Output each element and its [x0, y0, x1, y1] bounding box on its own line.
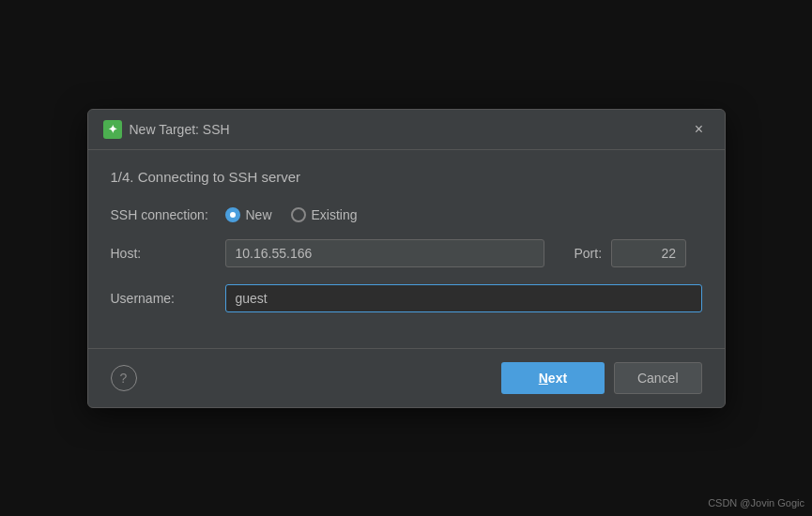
step-label: 1/4. Connecting to SSH server [111, 169, 702, 185]
ssh-connection-row: SSH connection: New Existing [111, 207, 702, 222]
footer-buttons: Next Cancel [501, 362, 702, 394]
host-label: Host: [111, 246, 214, 261]
overlay: ✦ New Target: SSH × 1/4. Connecting to S… [0, 0, 812, 516]
title-bar: ✦ New Target: SSH × [88, 110, 725, 150]
cancel-button[interactable]: Cancel [614, 362, 702, 394]
app-icon: ✦ [103, 120, 122, 139]
close-button[interactable]: × [689, 119, 710, 140]
username-label: Username: [111, 291, 214, 306]
host-row: Host: Port: [111, 239, 702, 267]
help-button[interactable]: ? [111, 365, 137, 391]
host-input[interactable] [225, 239, 544, 267]
dialog: ✦ New Target: SSH × 1/4. Connecting to S… [87, 109, 726, 408]
radio-existing-input[interactable] [291, 207, 306, 222]
radio-group: New Existing [225, 207, 358, 222]
port-label: Port: [575, 246, 603, 261]
watermark: CSDN @Jovin Gogic [708, 497, 804, 508]
username-input[interactable] [225, 284, 702, 312]
dialog-footer: ? Next Cancel [88, 348, 725, 407]
port-group: Port: [575, 239, 687, 267]
ssh-connection-label: SSH connection: [111, 207, 214, 222]
title-bar-left: ✦ New Target: SSH [103, 120, 230, 139]
dialog-title: New Target: SSH [130, 122, 230, 137]
radio-existing[interactable]: Existing [291, 207, 358, 222]
dialog-body: 1/4. Connecting to SSH server SSH connec… [88, 150, 725, 348]
radio-new[interactable]: New [225, 207, 272, 222]
next-button[interactable]: Next [501, 362, 605, 394]
radio-new-input[interactable] [225, 207, 240, 222]
radio-new-label: New [246, 207, 272, 222]
port-input[interactable] [611, 239, 686, 267]
radio-existing-label: Existing [312, 207, 358, 222]
username-row: Username: [111, 284, 702, 312]
